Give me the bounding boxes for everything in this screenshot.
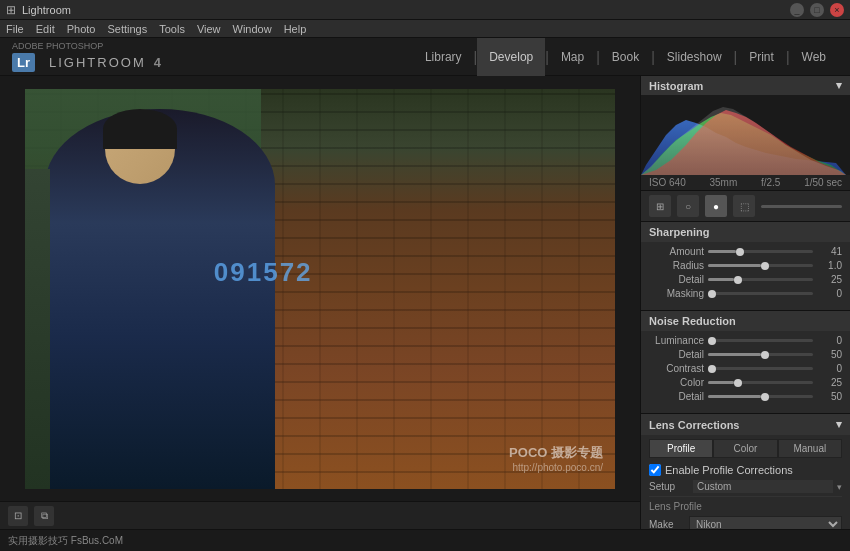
noise-color-label: Color (649, 377, 704, 388)
sharpening-masking-row: Masking 0 (649, 288, 842, 299)
enable-profile-row: Enable Profile Corrections (649, 464, 842, 476)
sharpening-masking-value: 0 (817, 288, 842, 299)
sharpening-masking-label: Masking (649, 288, 704, 299)
hist-shutter: 1/50 sec (804, 177, 842, 188)
menu-view[interactable]: View (197, 23, 221, 35)
sharpening-content: Amount 41 Radius 1.0 (641, 242, 850, 310)
title-bar: ⊞ Lightroom _ □ × (0, 0, 850, 20)
menu-tools[interactable]: Tools (159, 23, 185, 35)
maximize-button[interactable]: □ (810, 3, 824, 17)
lens-tab-manual[interactable]: Manual (778, 439, 842, 458)
app-title: LIGHTROOM (49, 55, 146, 70)
sharpening-radius-value: 1.0 (817, 260, 842, 271)
noise-color-row: Color 25 (649, 377, 842, 388)
hist-iso: ISO 640 (649, 177, 686, 188)
enable-profile-checkbox[interactable] (649, 464, 661, 476)
bottom-status-text: 实用摄影技巧 FsBus.CoM (8, 534, 842, 548)
lens-corrections-chevron: ▾ (836, 418, 842, 431)
photo-watermark: POCO 摄影专题 http://photo.poco.cn/ (509, 444, 603, 473)
noise-reduction-header[interactable]: Noise Reduction (641, 311, 850, 331)
setup-value: Custom (693, 480, 833, 493)
tab-book[interactable]: Book (600, 38, 651, 76)
tab-map[interactable]: Map (549, 38, 596, 76)
noise-luminance-track[interactable] (708, 339, 813, 342)
noise-reduction-content: Luminance 0 Detail 50 Contra (641, 331, 850, 413)
photo-overlay-text: 091572 (214, 257, 313, 288)
noise-luminance-label: Luminance (649, 335, 704, 346)
sharpening-amount-track[interactable] (708, 250, 813, 253)
lens-make-select[interactable]: Nikon (689, 516, 842, 529)
lens-corrections-header[interactable]: Lens Corrections ▾ (641, 414, 850, 435)
noise-lum-detail-track[interactable] (708, 353, 813, 356)
histogram-label: Histogram (649, 80, 703, 92)
tab-slideshow[interactable]: Slideshow (655, 38, 734, 76)
tab-develop[interactable]: Develop (477, 38, 545, 76)
noise-luminance-row: Luminance 0 (649, 335, 842, 346)
menu-edit[interactable]: Edit (36, 23, 55, 35)
setup-label: Setup (649, 481, 689, 492)
noise-contrast-label: Contrast (649, 363, 704, 374)
minimize-button[interactable]: _ (790, 3, 804, 17)
lens-tab-profile[interactable]: Profile (649, 439, 713, 458)
menu-bar: File Edit Photo Settings Tools View Wind… (0, 20, 850, 38)
noise-contrast-track[interactable] (708, 367, 813, 370)
sharpening-amount-value: 41 (817, 246, 842, 257)
sharpening-masking-track[interactable] (708, 292, 813, 295)
sharpening-radius-label: Radius (649, 260, 704, 271)
noise-color-detail-track[interactable] (708, 395, 813, 398)
close-button[interactable]: × (830, 3, 844, 17)
tool-active[interactable]: ● (705, 195, 727, 217)
menu-window[interactable]: Window (233, 23, 272, 35)
sharpening-detail-label: Detail (649, 274, 704, 285)
logo-area: ADOBE PHOTOSHOP Lr LIGHTROOM 4 (12, 41, 161, 72)
sharpening-radius-track[interactable] (708, 264, 813, 267)
tool-crop[interactable]: ○ (677, 195, 699, 217)
tool-brush[interactable]: ⬚ (733, 195, 755, 217)
sharpening-amount-label: Amount (649, 246, 704, 257)
right-panel: Histogram ▾ (640, 76, 850, 529)
app-version: 4 (154, 55, 161, 70)
noise-color-value: 25 (817, 377, 842, 388)
top-nav: ADOBE PHOTOSHOP Lr LIGHTROOM 4 Library |… (0, 38, 850, 76)
sharpening-header[interactable]: Sharpening (641, 222, 850, 242)
menu-help[interactable]: Help (284, 23, 307, 35)
setup-dropdown-icon[interactable]: ▾ (837, 482, 842, 492)
sharpening-detail-track[interactable] (708, 278, 813, 281)
histogram-chart (641, 95, 850, 175)
tab-web[interactable]: Web (790, 38, 838, 76)
menu-photo[interactable]: Photo (67, 23, 96, 35)
noise-color-track[interactable] (708, 381, 813, 384)
photo-panel: 091572 POCO 摄影专题 http://photo.poco.cn/ ⊡… (0, 76, 640, 529)
menu-file[interactable]: File (6, 23, 24, 35)
tab-print[interactable]: Print (737, 38, 786, 76)
noise-lum-detail-row: Detail 50 (649, 349, 842, 360)
noise-reduction-title: Noise Reduction (649, 315, 736, 327)
noise-lum-detail-label: Detail (649, 349, 704, 360)
sharpening-detail-row: Detail 25 (649, 274, 842, 285)
photo-area: 091572 POCO 摄影专题 http://photo.poco.cn/ (0, 76, 640, 501)
lens-profile-section: Lens Profile Make Nikon Model Nikon AF-S… (649, 496, 842, 529)
tool-grid[interactable]: ⊞ (649, 195, 671, 217)
noise-luminance-value: 0 (817, 335, 842, 346)
noise-reduction-section: Noise Reduction Luminance 0 Detail (641, 311, 850, 414)
bottom-bar: 实用摄影技巧 FsBus.CoM (0, 529, 850, 551)
lens-make-row: Make Nikon (649, 516, 842, 529)
tab-library[interactable]: Library (413, 38, 474, 76)
sharpening-radius-row: Radius 1.0 (649, 260, 842, 271)
menu-settings[interactable]: Settings (107, 23, 147, 35)
tool-slider[interactable] (761, 205, 842, 208)
photo-tool-frame[interactable]: ⊡ (8, 506, 28, 526)
photo-toolbar: ⊡ ⧉ (0, 501, 640, 529)
hist-focal: 35mm (709, 177, 737, 188)
sharpening-section: Sharpening Amount 41 Radius (641, 222, 850, 311)
lens-tab-color[interactable]: Color (713, 439, 777, 458)
histogram-header[interactable]: Histogram ▾ (641, 76, 850, 95)
app-brand: ADOBE PHOTOSHOP (12, 41, 161, 51)
histogram-section: Histogram ▾ (641, 76, 850, 191)
noise-color-detail-value: 50 (817, 391, 842, 402)
nav-tabs: Library | Develop | Map | Book | Slidesh… (413, 38, 838, 76)
lens-profile-title: Lens Profile (649, 501, 842, 512)
photo-tool-compare[interactable]: ⧉ (34, 506, 54, 526)
histogram-info: ISO 640 35mm f/2.5 1/50 sec (641, 175, 850, 190)
title-bar-title: Lightroom (22, 4, 71, 16)
